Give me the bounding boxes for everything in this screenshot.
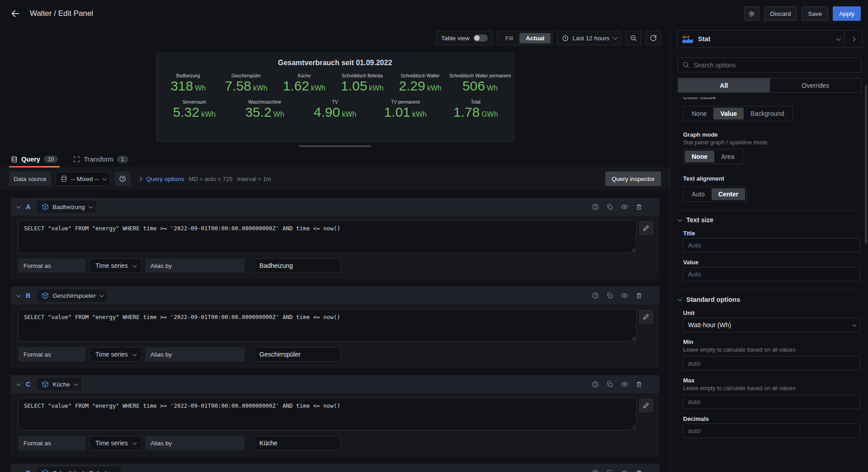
apply-button[interactable]: Apply: [833, 6, 861, 21]
query-header[interactable]: B Geschirrspueler: [11, 286, 659, 305]
zoom-out-button[interactable]: [626, 31, 641, 45]
delete-query-trash-icon[interactable]: [636, 292, 642, 299]
visualization-select[interactable]: 12.4 Stat: [677, 31, 844, 47]
query-help-icon[interactable]: [592, 203, 599, 210]
time-range-picker[interactable]: Last 12 hours: [557, 31, 621, 45]
toggle-text-edit-button[interactable]: [639, 221, 653, 235]
alias-by-input[interactable]: [255, 347, 340, 362]
hide-query-eye-icon[interactable]: [621, 203, 628, 210]
toggle-text-edit-button[interactable]: [639, 399, 653, 412]
text-alignment-auto[interactable]: Auto: [685, 188, 712, 200]
time-range-label: Last 12 hours: [572, 35, 609, 42]
color-mode-value[interactable]: Value: [713, 108, 744, 119]
delete-query-trash-icon[interactable]: [636, 469, 642, 472]
hide-query-eye-icon[interactable]: [621, 381, 628, 388]
query-sql-editor[interactable]: SELECT "value" FROM "energy" WHERE time …: [18, 398, 637, 430]
stat-label: TV: [300, 100, 370, 105]
toggle-text-edit-button[interactable]: [639, 310, 653, 324]
format-as-select[interactable]: Time series: [90, 258, 142, 273]
graph-mode-area[interactable]: Area: [714, 151, 741, 162]
title-size-input[interactable]: [683, 238, 860, 253]
delete-query-trash-icon[interactable]: [636, 203, 642, 210]
drag-handle-icon[interactable]: [650, 469, 654, 472]
discard-button[interactable]: Discard: [764, 6, 797, 21]
collapse-chevron-icon[interactable]: [16, 470, 21, 472]
tab-query[interactable]: Query 10: [9, 156, 60, 167]
table-view-toggle[interactable]: [473, 34, 488, 42]
chevron-down-icon: [132, 440, 137, 445]
drag-handle-icon[interactable]: [650, 203, 654, 211]
drag-handle-icon[interactable]: [650, 380, 654, 388]
stat-panel-title: Gesamtverbrauch seit 01.09.2022: [159, 59, 511, 67]
min-input[interactable]: [683, 356, 860, 371]
data-source-picker[interactable]: -- Mixed --: [56, 172, 111, 186]
collapse-chevron-icon[interactable]: [16, 381, 21, 386]
query-datasource-picker[interactable]: Geschirrspueler: [37, 289, 107, 302]
collapse-chevron-icon[interactable]: [16, 204, 21, 209]
query-options-link[interactable]: Query options: [146, 176, 184, 182]
collapse-chevron-icon[interactable]: [16, 293, 21, 297]
chevron-right-icon[interactable]: [138, 177, 142, 181]
max-input[interactable]: [683, 395, 860, 409]
query-help-icon[interactable]: [592, 381, 599, 388]
stat-panel-preview[interactable]: Gesamtverbrauch seit 01.09.2022 Badheizu…: [156, 53, 514, 142]
stat-label: Schreibtisch Walter: [391, 73, 449, 78]
panel-settings-button[interactable]: [744, 6, 760, 21]
value-size-input[interactable]: [683, 267, 860, 281]
stat-value: 7.58kWh: [217, 78, 275, 93]
query-datasource-name: Küche: [52, 381, 70, 388]
collapse-options-pane-button[interactable]: [844, 31, 862, 47]
duplicate-query-icon[interactable]: [606, 381, 613, 388]
format-as-select[interactable]: Time series: [90, 436, 142, 450]
panel-resize-handle[interactable]: [299, 145, 371, 147]
data-source-help-button[interactable]: [115, 172, 130, 186]
tab-overrides[interactable]: Overrides: [770, 78, 862, 92]
delete-query-trash-icon[interactable]: [636, 381, 642, 388]
text-alignment-center[interactable]: Center: [712, 188, 745, 200]
query-inspector-button[interactable]: Query inspector: [605, 172, 661, 186]
fill-option[interactable]: Fill: [499, 33, 519, 43]
alias-by-input[interactable]: [255, 258, 340, 273]
query-datasource-picker[interactable]: Badheizung: [37, 200, 96, 214]
query-datasource-picker[interactable]: Küche: [37, 377, 81, 391]
section-text-size[interactable]: Text size: [678, 210, 862, 224]
query-header[interactable]: C Küche: [11, 375, 659, 393]
editor-resize-corner[interactable]: [631, 336, 635, 340]
duplicate-query-icon[interactable]: [606, 292, 613, 299]
save-button[interactable]: Save: [802, 6, 828, 21]
decimals-input[interactable]: [683, 424, 860, 438]
stat-label: Geschirrspüler: [217, 73, 275, 78]
fill-actual-segment: Fill Actual: [497, 31, 553, 45]
drag-handle-icon[interactable]: [650, 291, 654, 300]
query-help-icon[interactable]: [592, 292, 599, 299]
editor-resize-corner[interactable]: [631, 247, 635, 252]
actual-option[interactable]: Actual: [519, 33, 551, 43]
options-search-input[interactable]: [678, 57, 862, 72]
query-help-icon[interactable]: [592, 469, 599, 472]
query-datasource-picker[interactable]: Schreibtisch_Belinda: [37, 466, 121, 472]
color-mode-none[interactable]: None: [685, 108, 713, 119]
query-header[interactable]: A Badheizung: [11, 198, 659, 216]
query-sql-editor[interactable]: SELECT "value" FROM "energy" WHERE time …: [18, 220, 637, 253]
options-scrollbar[interactable]: [865, 85, 867, 243]
graph-mode-none[interactable]: None: [685, 151, 714, 162]
tab-all[interactable]: All: [678, 78, 770, 92]
duplicate-query-icon[interactable]: [606, 203, 613, 210]
stat-cell: Schreibtisch Walter 2.29kWh: [391, 73, 449, 93]
stat-cell: Geschirrspüler 7.58kWh: [217, 73, 275, 93]
query-header[interactable]: D Schreibtisch_Belinda: [11, 464, 659, 472]
query-sql-editor[interactable]: SELECT "value" FROM "energy" WHERE time …: [18, 309, 637, 342]
back-arrow-icon[interactable]: [7, 5, 24, 22]
tab-transform[interactable]: Transform 1: [71, 156, 130, 167]
format-as-select[interactable]: Time series: [90, 347, 142, 362]
hide-query-eye-icon[interactable]: [621, 469, 628, 472]
editor-resize-corner[interactable]: [631, 424, 635, 429]
color-mode-background[interactable]: Background: [744, 108, 791, 119]
chevron-down-icon: [89, 204, 93, 209]
duplicate-query-icon[interactable]: [606, 469, 613, 472]
hide-query-eye-icon[interactable]: [621, 292, 628, 299]
section-standard-options[interactable]: Standard options: [678, 290, 862, 303]
refresh-button[interactable]: [646, 31, 661, 45]
unit-select[interactable]: Watt-hour (Wh): [683, 318, 860, 332]
alias-by-input[interactable]: [255, 436, 340, 450]
